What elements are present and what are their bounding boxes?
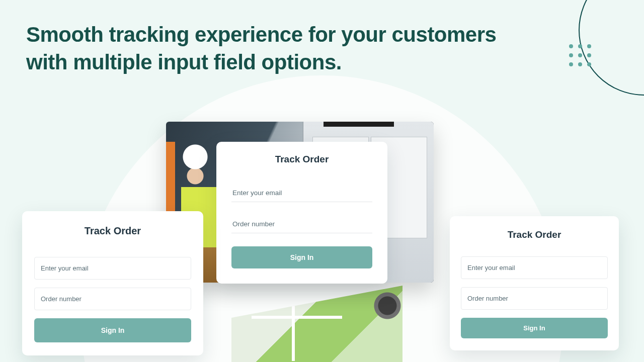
email-field[interactable] <box>34 257 191 280</box>
page-headline: Smooth tracking experience for your cust… <box>26 21 509 76</box>
order-number-field[interactable] <box>34 288 191 310</box>
sign-in-button[interactable]: Sign In <box>34 318 191 342</box>
sign-in-button[interactable]: Sign In <box>461 318 608 338</box>
order-number-field[interactable] <box>231 215 372 233</box>
track-order-card-right: Track Order Sign In <box>450 216 619 350</box>
card-title: Track Order <box>231 154 372 165</box>
track-order-card-center: Track Order Sign In <box>216 142 387 284</box>
sign-in-button[interactable]: Sign In <box>231 246 372 268</box>
email-field[interactable] <box>231 184 372 202</box>
track-order-card-left: Track Order Sign In <box>22 211 203 355</box>
email-field[interactable] <box>461 256 608 279</box>
card-title: Track Order <box>34 225 191 237</box>
card-title: Track Order <box>461 229 608 240</box>
order-number-field[interactable] <box>461 287 608 310</box>
decorative-dot-grid <box>569 44 591 66</box>
